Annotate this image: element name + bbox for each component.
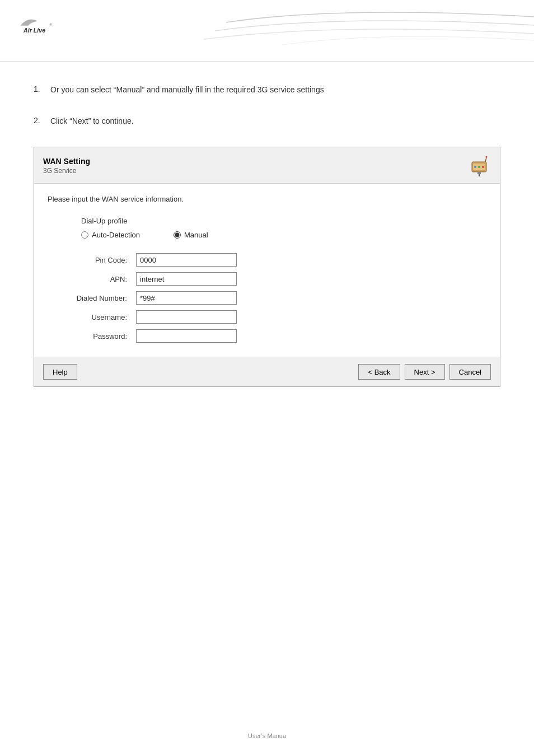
svg-point-4 xyxy=(474,166,476,168)
airlive-logo: Air Live ® xyxy=(17,10,62,41)
svg-point-6 xyxy=(482,166,484,168)
label-pin-code: Pin Code: xyxy=(59,250,132,269)
instruction-2: 2. Click “Next” to continue. xyxy=(34,115,500,127)
form-row-password: Password: xyxy=(59,326,498,346)
page-footer: User’s Manua xyxy=(0,732,534,739)
cancel-button[interactable]: Cancel xyxy=(449,364,491,380)
wan-panel-body: Please input the WAN service information… xyxy=(34,184,500,357)
label-password: Password: xyxy=(59,326,132,346)
svg-line-7 xyxy=(485,157,486,162)
wan-panel-title: WAN Setting xyxy=(43,157,90,166)
radio-auto-input[interactable] xyxy=(81,231,88,239)
back-button[interactable]: < Back xyxy=(358,364,400,380)
form-row-apn: APN: xyxy=(59,269,498,288)
wan-panel-subtitle: 3G Service xyxy=(43,167,90,175)
wan-panel-header: WAN Setting 3G Service xyxy=(34,147,500,184)
svg-point-5 xyxy=(478,166,480,168)
label-dialed-number: Dialed Number: xyxy=(59,288,132,307)
radio-group: Auto-Detection Manual xyxy=(81,231,486,239)
help-button[interactable]: Help xyxy=(43,364,77,380)
input-apn[interactable] xyxy=(136,272,237,286)
instruction-2-text: Click “Next” to continue. xyxy=(50,115,134,127)
instruction-2-number: 2. xyxy=(34,115,50,125)
radio-auto-label: Auto-Detection xyxy=(92,231,140,239)
dialup-section: Dial-Up profile Auto-Detection Manual xyxy=(48,217,486,239)
form-table: Pin Code: APN: Dialed Number: xyxy=(59,250,498,346)
form-row-dialed: Dialed Number: xyxy=(59,288,498,307)
footer-text: User’s Manua xyxy=(248,732,286,739)
svg-point-8 xyxy=(486,156,488,158)
form-row-username: Username: xyxy=(59,307,498,326)
header: Air Live ® xyxy=(0,0,534,62)
wan-info-text: Please input the WAN service information… xyxy=(48,195,486,203)
dialup-label: Dial-Up profile xyxy=(81,217,486,225)
instruction-1: 1. Or you can select “Manual” and manual… xyxy=(34,84,500,96)
wan-panel-footer: Help < Back Next > Cancel xyxy=(34,357,500,386)
svg-text:®: ® xyxy=(50,23,52,26)
main-content: 1. Or you can select “Manual” and manual… xyxy=(0,62,534,426)
radio-auto-detection[interactable]: Auto-Detection xyxy=(81,231,140,239)
next-button[interactable]: Next > xyxy=(405,364,445,380)
input-dialed-number[interactable] xyxy=(136,291,237,305)
input-password[interactable] xyxy=(136,329,237,343)
radio-manual-label: Manual xyxy=(184,231,208,239)
logo-area: Air Live ® xyxy=(17,10,62,41)
radio-manual-input[interactable] xyxy=(174,231,181,239)
label-username: Username: xyxy=(59,307,132,326)
router-icon xyxy=(467,154,491,178)
radio-manual[interactable]: Manual xyxy=(174,231,208,239)
label-apn: APN: xyxy=(59,269,132,288)
instruction-1-text: Or you can select “Manual” and manually … xyxy=(50,84,324,96)
wan-panel: WAN Setting 3G Service Please inpu xyxy=(34,147,500,387)
input-username[interactable] xyxy=(136,310,237,324)
input-pin-code[interactable] xyxy=(136,253,237,267)
instruction-1-number: 1. xyxy=(34,84,50,94)
header-decoration xyxy=(170,0,534,62)
svg-rect-9 xyxy=(477,172,481,174)
wan-panel-title-block: WAN Setting 3G Service xyxy=(43,157,90,175)
svg-text:Air Live: Air Live xyxy=(23,27,45,34)
form-row-pincode: Pin Code: xyxy=(59,250,498,269)
